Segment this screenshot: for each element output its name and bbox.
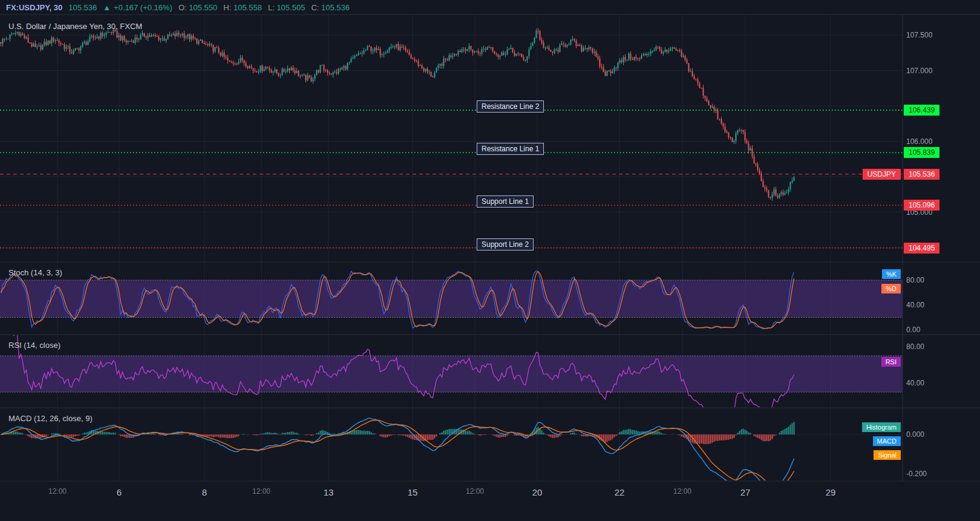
symbol-interval[interactable]: FX:USDJPY, 30 bbox=[6, 3, 62, 12]
change-value: +0.167 (+0.16%) bbox=[114, 3, 172, 12]
stoch-panel-title[interactable]: Stoch (14, 3, 3) bbox=[8, 268, 62, 277]
close-label: C: bbox=[311, 3, 319, 12]
macd-panel-title[interactable]: MACD (12, 26, close, 9) bbox=[8, 414, 93, 423]
close-number: 105.536 bbox=[321, 3, 350, 12]
price-axis[interactable] bbox=[903, 15, 980, 481]
high-number: 105.558 bbox=[234, 3, 262, 12]
rsi-panel-title[interactable]: RSI (14, close) bbox=[8, 341, 60, 350]
time-axis[interactable] bbox=[0, 481, 980, 521]
stoch-band bbox=[0, 280, 903, 318]
symbol-legend[interactable]: U.S. Dollar / Japanese Yen, 30, FXCM bbox=[8, 22, 142, 31]
low-label: L: bbox=[268, 3, 275, 12]
close-value: C: 105.536 bbox=[311, 3, 350, 12]
last-price: 105.536 bbox=[68, 3, 97, 12]
price-change: ▲ +0.167 (+0.16%) bbox=[103, 3, 172, 12]
chart-canvas[interactable] bbox=[0, 0, 980, 521]
high-value: H: 105.558 bbox=[223, 3, 262, 12]
up-arrow-icon: ▲ bbox=[103, 3, 111, 12]
low-value: L: 105.505 bbox=[268, 3, 305, 12]
rsi-band bbox=[0, 356, 903, 392]
low-number: 105.505 bbox=[276, 3, 305, 12]
ohlc-status-bar: FX:USDJPY, 30 105.536 ▲ +0.167 (+0.16%) … bbox=[0, 0, 980, 15]
open-number: 105.550 bbox=[189, 3, 217, 12]
open-label: O: bbox=[178, 3, 187, 12]
open-value: O: 105.550 bbox=[178, 3, 217, 12]
high-label: H: bbox=[223, 3, 231, 12]
